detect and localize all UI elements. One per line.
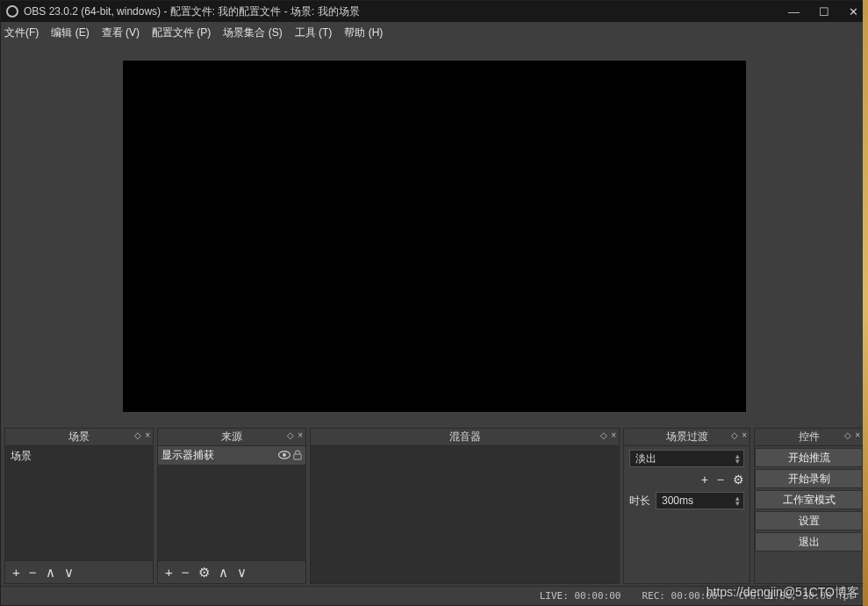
menu-scene-collection[interactable]: 场景集合 (S) — [223, 25, 282, 40]
menu-file[interactable]: 文件(F) — [4, 25, 39, 40]
chevron-updown-icon: ▴▾ — [735, 495, 740, 506]
svg-point-1 — [283, 452, 286, 456]
menu-view[interactable]: 查看 (V) — [102, 25, 140, 40]
transitions-body: 淡出 ▴▾ + − ⚙ 时长 300ms ▴▾ — [624, 446, 750, 583]
sources-toolbar: + − ⚙ ∧ ∨ — [158, 560, 305, 583]
dock-close-icon[interactable]: × — [298, 430, 303, 440]
watermark-text: https://dengjin@51CTO博客 — [707, 585, 859, 601]
dock-transitions-header[interactable]: 场景过渡 ◇ × — [624, 429, 750, 446]
scenes-list[interactable]: 场景 — [5, 446, 153, 560]
dock-popout-icon[interactable]: ◇ — [134, 430, 141, 440]
menu-profile[interactable]: 配置文件 (P) — [152, 25, 211, 40]
status-live: LIVE: 00:00:00 — [540, 590, 621, 602]
start-recording-button[interactable]: 开始录制 — [755, 469, 863, 488]
add-scene-button[interactable]: + — [12, 565, 20, 580]
dock-mixer-header[interactable]: 混音器 ◇ × — [311, 429, 619, 446]
sources-list[interactable]: 显示器捕获 — [158, 446, 305, 560]
scenes-toolbar: + − ∧ ∨ — [5, 560, 153, 583]
dock-close-icon[interactable]: × — [855, 430, 860, 440]
dock-scenes-title: 场景 — [68, 429, 90, 444]
add-source-button[interactable]: + — [165, 565, 173, 580]
menu-help[interactable]: 帮助 (H) — [344, 25, 383, 40]
transition-select[interactable]: 淡出 ▴▾ — [629, 450, 744, 467]
dock-popout-icon[interactable]: ◇ — [287, 430, 294, 440]
transition-selected: 淡出 — [635, 451, 656, 466]
settings-button[interactable]: 设置 — [755, 511, 863, 530]
source-item-label: 显示器捕获 — [161, 448, 278, 463]
dock-controls-title: 控件 — [799, 429, 820, 444]
remove-transition-button[interactable]: − — [717, 473, 724, 487]
dock-close-icon[interactable]: × — [611, 430, 616, 440]
mixer-body[interactable] — [311, 446, 619, 583]
app-window: OBS 23.0.2 (64-bit, windows) - 配置文件: 我的配… — [0, 0, 868, 606]
dock-sources-title: 来源 — [221, 429, 242, 444]
svg-rect-2 — [294, 454, 301, 459]
dock-popout-icon[interactable]: ◇ — [731, 430, 738, 440]
dock-sources-header[interactable]: 来源 ◇ × — [158, 429, 305, 446]
dock-close-icon[interactable]: × — [742, 430, 747, 440]
scene-down-button[interactable]: ∨ — [64, 565, 74, 581]
scene-item[interactable]: 场景 — [5, 446, 153, 466]
source-down-button[interactable]: ∨ — [237, 565, 247, 581]
dock-mixer-title: 混音器 — [449, 429, 481, 444]
preview-area — [1, 43, 867, 428]
dock-transitions: 场景过渡 ◇ × 淡出 ▴▾ + − ⚙ 时长 — [623, 428, 750, 584]
controls-body: 开始推流 开始录制 工作室模式 设置 退出 — [755, 446, 863, 583]
dock-mixer: 混音器 ◇ × — [310, 428, 620, 584]
maximize-button[interactable]: ☐ — [819, 5, 829, 18]
dock-popout-icon[interactable]: ◇ — [600, 430, 607, 440]
close-button[interactable]: ✕ — [849, 5, 858, 18]
titlebar[interactable]: OBS 23.0.2 (64-bit, windows) - 配置文件: 我的配… — [1, 1, 867, 22]
remove-scene-button[interactable]: − — [29, 565, 37, 580]
dock-close-icon[interactable]: × — [145, 430, 150, 440]
source-item[interactable]: 显示器捕获 — [158, 446, 305, 465]
dock-scenes-header[interactable]: 场景 ◇ × — [5, 429, 153, 446]
duration-label: 时长 — [629, 494, 650, 509]
exit-button[interactable]: 退出 — [755, 532, 863, 552]
dock-controls: 控件 ◇ × 开始推流 开始录制 工作室模式 设置 退出 — [754, 428, 864, 584]
lock-toggle-icon[interactable] — [293, 450, 302, 462]
source-up-button[interactable]: ∧ — [219, 565, 228, 581]
app-icon — [6, 5, 18, 18]
preview-canvas[interactable] — [123, 61, 746, 412]
remove-source-button[interactable]: − — [182, 565, 190, 580]
dock-row: 场景 ◇ × 场景 + − ∧ ∨ 来源 ◇ × — [1, 428, 867, 586]
dock-scenes: 场景 ◇ × 场景 + − ∧ ∨ — [4, 428, 154, 584]
add-transition-button[interactable]: + — [701, 473, 708, 487]
visibility-toggle-icon[interactable] — [278, 450, 291, 462]
transition-settings-button[interactable]: ⚙ — [733, 473, 744, 487]
window-title: OBS 23.0.2 (64-bit, windows) - 配置文件: 我的配… — [24, 4, 788, 19]
desktop-edge — [863, 0, 868, 606]
scene-up-button[interactable]: ∧ — [46, 565, 55, 581]
duration-input[interactable]: 300ms ▴▾ — [656, 492, 744, 509]
chevron-updown-icon: ▴▾ — [735, 453, 740, 464]
studio-mode-button[interactable]: 工作室模式 — [755, 490, 863, 509]
duration-value: 300ms — [662, 494, 693, 507]
start-streaming-button[interactable]: 开始推流 — [755, 448, 863, 467]
dock-popout-icon[interactable]: ◇ — [844, 430, 851, 440]
menu-tools[interactable]: 工具 (T) — [295, 25, 333, 40]
source-settings-button[interactable]: ⚙ — [198, 565, 210, 581]
dock-transitions-title: 场景过渡 — [666, 429, 708, 444]
menu-edit[interactable]: 编辑 (E) — [51, 25, 89, 40]
dock-sources: 来源 ◇ × 显示器捕获 — [157, 428, 306, 584]
dock-controls-header[interactable]: 控件 ◇ × — [755, 429, 863, 446]
minimize-button[interactable]: — — [788, 5, 800, 18]
menubar: 文件(F) 编辑 (E) 查看 (V) 配置文件 (P) 场景集合 (S) 工具… — [1, 22, 867, 43]
